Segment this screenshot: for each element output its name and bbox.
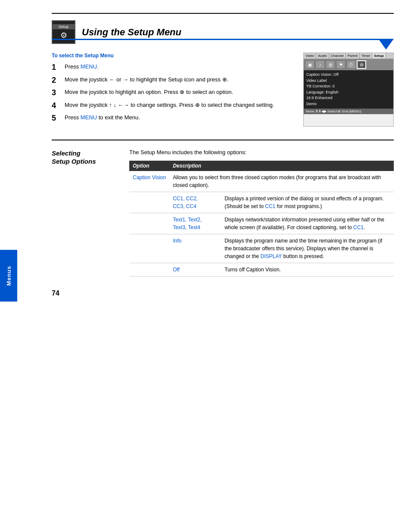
menu-icons-row: ▣ ♪ ⊞ ⚑ ⏱ ⚙ xyxy=(304,59,393,70)
step-2: 2 Move the joystick ← or → to highlight … xyxy=(52,76,290,85)
off-label: Off xyxy=(169,263,221,276)
menu-tab-video: Video xyxy=(304,53,316,59)
section2-heading: Selecting Setup Options xyxy=(52,149,121,277)
menu-icon-4: ⚑ xyxy=(336,60,346,69)
page-number: 74 xyxy=(52,289,394,297)
section2-intro: The Setup Menu includes the following op… xyxy=(129,149,394,156)
table-row-text1234: Text1, Text2,Text3, Text4 Displays netwo… xyxy=(129,213,394,234)
setup-icon: Setup ⚙ xyxy=(52,20,75,44)
menu-tab-channel: Channel xyxy=(329,53,346,59)
menu-icon-3: ⊞ xyxy=(326,60,335,69)
step-1: 1 Press MENU. xyxy=(52,63,290,72)
menu-screenshot: Video Audio Channel Parent Timer Setup ▣… xyxy=(303,53,394,127)
menu-line-5: 16:9 Enhanced xyxy=(306,95,391,101)
step-3: 3 Move the joystick to highlight an opti… xyxy=(52,88,290,98)
step-4: 4 Move the joystick ↑ ↓ ←→ to change set… xyxy=(52,101,290,111)
caption-vision-label: Caption Vision xyxy=(129,171,169,192)
empty-cell-4 xyxy=(129,263,169,276)
sidebar-menus: Menus xyxy=(0,250,17,302)
menu-line-6: Demo xyxy=(306,101,391,107)
text1234-label: Text1, Text2,Text3, Text4 xyxy=(169,213,221,234)
section-divider xyxy=(52,140,394,140)
menu-footer: Move:⬆⬇◀▶ Select:⊕ End:(MENU) xyxy=(304,109,393,114)
menu-tab-timer: Timer xyxy=(360,53,372,59)
setup-icon-label: Setup xyxy=(53,24,75,29)
menu-icon-6-setup: ⚙ xyxy=(357,60,366,69)
info-desc: Displays the program name and the time r… xyxy=(221,234,394,263)
table-row-info: Info Displays the program name and the t… xyxy=(129,234,394,263)
table-header-row: Option Description xyxy=(129,161,394,171)
menu-tab-setup: Setup xyxy=(372,53,386,59)
subsection-title: To select the Setup Menu xyxy=(52,53,290,59)
sidebar-label: Menus xyxy=(6,266,12,286)
menu-line-1: Caption Vision: Off xyxy=(306,72,391,78)
instructions-row: To select the Setup Menu 1 Press MENU. 2… xyxy=(52,53,394,127)
caption-vision-desc: Allows you to select from three closed c… xyxy=(169,171,394,192)
options-table: Option Description Caption Vision Allows… xyxy=(129,161,394,277)
step5-menu-ref: MENU xyxy=(81,114,97,121)
step-5: 5 Press MENU to exit the Menu. xyxy=(52,114,290,123)
info-label: Info xyxy=(169,234,221,263)
step1-menu-ref: MENU xyxy=(81,63,97,70)
cc1-ref2: CC1 xyxy=(353,224,364,230)
menu-content: Caption Vision: Off Video Label Tilt Cor… xyxy=(304,70,393,109)
table-row-cc1234: CC1, CC2,CC3, CC4 Displays a printed ver… xyxy=(129,192,394,213)
instructions-col: To select the Setup Menu 1 Press MENU. 2… xyxy=(52,53,290,127)
menu-icon-1: ▣ xyxy=(305,60,314,69)
off-desc: Turns off Caption Vision. xyxy=(221,263,394,276)
menu-line-2: Video Label xyxy=(306,78,391,84)
table-row-caption-vision: Caption Vision Allows you to select from… xyxy=(129,171,394,192)
main-content: Setup ⚙ Using the Setup Menu To select t… xyxy=(22,0,411,310)
menu-icon-5: ⏱ xyxy=(346,60,356,69)
table-row-off: Off Turns off Caption Vision. xyxy=(129,263,394,276)
step-list: 1 Press MENU. 2 Move the joystick ← or →… xyxy=(52,63,290,123)
section2-title-line1: Selecting Setup Options xyxy=(52,149,121,166)
menu-tab-parent: Parent xyxy=(346,53,360,59)
menu-line-3: Tilt Correction: 0 xyxy=(306,84,391,90)
menu-line-4: Language: English xyxy=(306,90,391,96)
menu-tabs-row: Video Audio Channel Parent Timer Setup xyxy=(304,53,393,59)
section2-content: The Setup Menu includes the following op… xyxy=(129,149,394,277)
empty-cell-3 xyxy=(129,234,169,263)
cc1234-desc: Displays a printed version of the dialog… xyxy=(221,192,394,213)
empty-cell-2 xyxy=(129,213,169,234)
section2: Selecting Setup Options The Setup Menu i… xyxy=(52,149,394,277)
blue-arrow-decoration xyxy=(378,39,394,50)
col-desc-header: Description xyxy=(169,161,394,171)
display-ref: DISPLAY xyxy=(261,253,282,259)
cc1234-label: CC1, CC2,CC3, CC4 xyxy=(169,192,221,213)
menu-icon-2: ♪ xyxy=(315,60,325,69)
text1234-desc: Displays network/station information pre… xyxy=(221,213,394,234)
menu-footer-text: Move:⬆⬇◀▶ Select:⊕ End:(MENU) xyxy=(306,109,361,113)
empty-cell-1 xyxy=(129,192,169,213)
cc1-ref: CC1 xyxy=(265,203,275,209)
menu-tab-audio: Audio xyxy=(316,53,329,59)
blue-line-decoration xyxy=(52,39,390,40)
section1-title: Using the Setup Menu xyxy=(82,27,181,38)
col-option-header: Option xyxy=(129,161,169,171)
